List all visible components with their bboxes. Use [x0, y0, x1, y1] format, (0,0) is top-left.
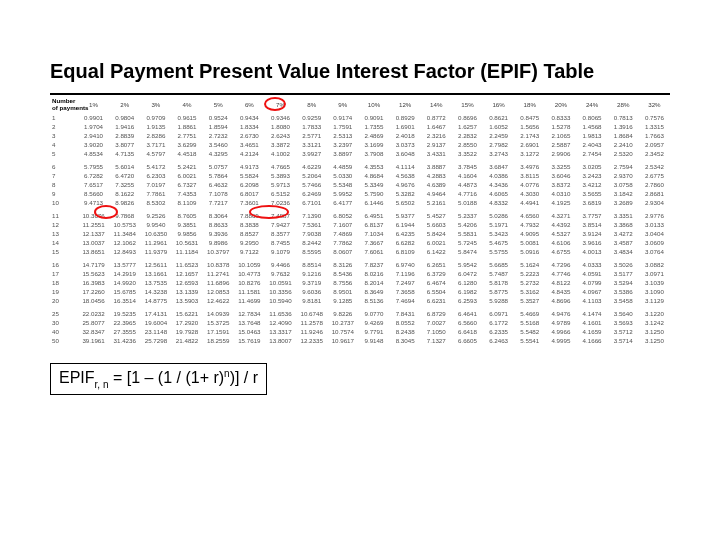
cell-value: 4.8332: [483, 198, 514, 207]
cell-value: 4.9789: [545, 318, 576, 327]
cell-value: 5.8775: [483, 287, 514, 296]
cell-value: 5.3282: [390, 189, 421, 198]
cell-value: 4.1002: [265, 149, 296, 158]
cell-value: 2.2410: [608, 140, 639, 149]
cell-value: 6.2098: [234, 180, 265, 189]
cell-n: 6: [50, 158, 78, 171]
cell-value: 4.9966: [545, 327, 576, 336]
cell-value: 9.8181: [296, 296, 327, 305]
cell-value: 7.0027: [421, 318, 452, 327]
cell-value: 12.4622: [203, 296, 234, 305]
cell-value: 4.5327: [545, 229, 576, 238]
cell-value: 3.0205: [577, 158, 608, 171]
cell-value: 5.5831: [452, 229, 483, 238]
cell-value: 3.3121: [296, 140, 327, 149]
cell-value: 5.7590: [358, 189, 389, 198]
cell-value: 4.3030: [514, 189, 545, 198]
cell-value: 3.4272: [608, 229, 639, 238]
cell-value: 25.8077: [78, 318, 109, 327]
cell-value: 4.6065: [483, 189, 514, 198]
cell-value: 2.7751: [171, 131, 202, 140]
cell-value: 21.4822: [171, 336, 202, 345]
cell-value: 3.1242: [639, 318, 670, 327]
cell-value: 22.3965: [109, 318, 140, 327]
cell-value: 3.4212: [577, 180, 608, 189]
cell-value: 9.1285: [327, 296, 358, 305]
cell-value: 3.5640: [608, 305, 639, 318]
cell-value: 11.9379: [140, 247, 171, 256]
cell-value: 9.9540: [140, 220, 171, 229]
cell-value: 7.6517: [78, 180, 109, 189]
table-row: 2522.023219.523517.413115.622114.093912.…: [50, 305, 670, 318]
cell-value: 6.2469: [296, 189, 327, 198]
cell-value: 4.0591: [577, 269, 608, 278]
cell-value: 10.4773: [234, 269, 265, 278]
cell-n: 16: [50, 256, 78, 269]
cell-value: 1.6901: [390, 122, 421, 131]
table-row: 1211.255110.57539.95409.38518.86338.3838…: [50, 220, 670, 229]
cell-value: 9.1079: [265, 247, 296, 256]
table-row: 2018.045616.351414.877513.590312.462211.…: [50, 296, 670, 305]
cell-value: 9.9856: [171, 229, 202, 238]
cell-value: 6.8729: [421, 305, 452, 318]
cell-value: 3.4834: [608, 247, 639, 256]
cell-value: 6.4951: [358, 207, 389, 220]
cell-value: 9.7868: [109, 207, 140, 220]
cell-value: 15.3725: [203, 318, 234, 327]
cell-value: 10.5940: [265, 296, 296, 305]
cell-value: 10.6350: [140, 229, 171, 238]
table-row: 5039.196131.423625.729821.482218.255915.…: [50, 336, 670, 345]
cell-value: 3.1842: [608, 189, 639, 198]
cell-value: 3.0404: [639, 229, 670, 238]
cell-value: 8.2442: [296, 238, 327, 247]
cell-value: 4.4873: [452, 180, 483, 189]
table-row: 76.72826.47206.23036.00215.78645.58245.3…: [50, 171, 670, 180]
cell-value: 7.4694: [390, 296, 421, 305]
formula-sub: r, n: [95, 379, 109, 390]
cell-value: 8.9826: [109, 198, 140, 207]
epif-table: Numberof payments1%2%3%4%5%6%7%8%9%10%12…: [50, 95, 670, 345]
table-row: 65.79555.60145.41725.24215.07574.91734.7…: [50, 158, 670, 171]
cell-value: 2.8839: [109, 131, 140, 140]
cell-value: 11.1581: [234, 287, 265, 296]
cell-value: 4.6106: [545, 238, 576, 247]
cell-value: 1.4568: [577, 122, 608, 131]
cell-value: 6.4235: [390, 229, 421, 238]
cell-value: 2.9776: [639, 207, 670, 220]
cell-value: 1.7355: [358, 122, 389, 131]
cell-value: 4.1103: [577, 296, 608, 305]
cell-value: 7.1050: [421, 327, 452, 336]
cell-value: 3.3872: [265, 140, 296, 149]
cell-value: 4.9173: [234, 158, 265, 171]
cell-value: 13.5903: [171, 296, 202, 305]
cell-value: 1.7663: [639, 131, 670, 140]
cell-value: 2.3216: [421, 131, 452, 140]
cell-value: 3.5693: [608, 318, 639, 327]
cell-value: 0.9615: [171, 113, 202, 122]
cell-value: 3.3255: [545, 158, 576, 171]
cell-value: 2.5320: [608, 149, 639, 158]
cell-value: 3.1250: [639, 327, 670, 336]
cell-value: 5.7487: [483, 269, 514, 278]
cell-value: 8.1622: [109, 189, 140, 198]
cell-value: 2.5887: [545, 140, 576, 149]
cell-value: 6.4720: [109, 171, 140, 180]
cell-value: 4.1925: [545, 198, 576, 207]
cell-value: 4.6389: [421, 180, 452, 189]
cell-value: 5.3349: [358, 180, 389, 189]
cell-value: 4.9464: [421, 189, 452, 198]
cell-value: 6.5504: [421, 287, 452, 296]
cell-value: 12.4090: [265, 318, 296, 327]
cell-value: 2.7860: [639, 180, 670, 189]
cell-value: 9.9148: [358, 336, 389, 345]
cell-value: 12.8493: [109, 247, 140, 256]
cell-value: 6.7101: [296, 198, 327, 207]
cell-value: 18.2559: [203, 336, 234, 345]
cell-value: 3.8514: [577, 220, 608, 229]
cell-value: 3.1220: [639, 305, 670, 318]
cell-value: 7.3601: [234, 198, 265, 207]
page-title: Equal Payment Present Value Interest Fac…: [50, 60, 670, 83]
cell-value: 6.1446: [358, 198, 389, 207]
cell-value: 7.0197: [140, 180, 171, 189]
cell-n: 40: [50, 327, 78, 336]
